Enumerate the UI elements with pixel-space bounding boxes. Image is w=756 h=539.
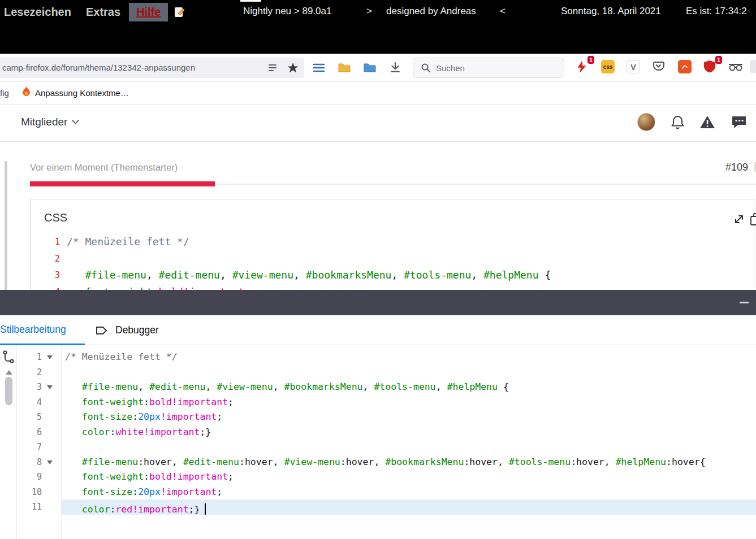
nav-menu-label: Mitglieder — [21, 116, 67, 128]
code-line[interactable]: 2 — [17, 365, 756, 380]
mask-ext-icon[interactable] — [727, 58, 744, 75]
source-list-icon[interactable] — [2, 350, 15, 367]
forum-header: Mitglieder — [0, 105, 756, 142]
bookmark-item[interactable]: Anpassung Kontextme… — [21, 86, 129, 99]
line-number: 1 — [45, 237, 60, 247]
post-number-link[interactable]: #109 — [725, 162, 748, 173]
search-placeholder: Suchen — [436, 63, 465, 73]
tab-debugger[interactable]: Debugger — [85, 315, 159, 345]
search-input[interactable]: Suchen — [413, 58, 564, 78]
stream-ext-icon[interactable]: 1 — [573, 58, 590, 75]
code-line[interactable]: 6 color:white!important;} — [17, 425, 756, 440]
bookmark-item-partial[interactable]: fig — [0, 88, 9, 98]
chevron-down-icon — [72, 120, 79, 124]
line-number: 3 — [45, 270, 60, 280]
expand-icon[interactable] — [733, 214, 745, 227]
notes-icon[interactable] — [174, 6, 186, 18]
line-number: 3 — [17, 382, 42, 392]
title-date: Sonntag, 18. April 2021 — [561, 6, 661, 17]
code-line: 1/* Menüzeile fett */ — [31, 234, 754, 251]
pocket-icon[interactable] — [650, 58, 667, 75]
ublock-icon[interactable]: 1 — [701, 58, 718, 75]
line-number: 10 — [17, 487, 42, 497]
code-line: 2 — [31, 251, 754, 268]
code-line[interactable]: 9 font-weight:bold!important; — [17, 470, 756, 485]
title-separator-right: > — [366, 6, 372, 17]
chat-icon[interactable] — [731, 115, 747, 132]
devtools-titlebar — [0, 290, 756, 315]
post-divider: | — [754, 160, 756, 172]
editor-code-lines: 1/* Menüzeile fett */23 #file-menu, #edi… — [17, 350, 756, 515]
ublock-badge: 1 — [715, 56, 722, 64]
css-ext-icon[interactable]: css — [599, 58, 616, 75]
copy-icon[interactable] — [750, 212, 756, 228]
tab-label: Debugger — [115, 324, 159, 336]
reader-view-icon[interactable] — [267, 62, 278, 76]
code-line: 3 #file-menu, #edit-menu, #view-menu, #b… — [31, 267, 754, 284]
text-cursor-icon — [205, 503, 206, 515]
code-text: #file-menu, #edit-menu, #view-menu, #boo… — [65, 381, 509, 392]
folder-yellow-icon[interactable] — [338, 62, 351, 75]
warning-icon[interactable] — [699, 115, 715, 132]
browser-window: Lesezeichen Extras Hilfe Nightly neu > 8… — [0, 0, 756, 539]
fold-arrow-icon[interactable] — [47, 385, 53, 389]
devtools-tabbar: Stilbearbeitung Debugger — [0, 315, 756, 345]
tab-stilbearbeitung[interactable]: Stilbearbeitung — [0, 315, 85, 345]
menu-item-extras[interactable]: Extras — [79, 3, 128, 21]
line-number: 7 — [17, 442, 42, 452]
titlebar: Lesezeichen Extras Hilfe Nightly neu > 8… — [0, 0, 756, 54]
line-number: 6 — [17, 427, 42, 437]
bookmark-star-icon[interactable] — [287, 62, 299, 76]
line-number: 9 — [17, 472, 42, 482]
code-text: font-size:20px!important; — [65, 411, 222, 422]
line-number: 11 — [17, 502, 42, 512]
code-text: #file-menu, #edit-menu, #view-menu, #boo… — [67, 269, 551, 281]
left-divider — [5, 161, 7, 308]
menu-item-lesezeichen[interactable]: Lesezeichen — [0, 3, 79, 21]
code-line[interactable]: 7 — [17, 440, 756, 455]
code-line[interactable]: 11 color:red!important;} — [17, 499, 756, 515]
code-line[interactable]: 8 #file-menu:hover, #edit-menu:hover, #v… — [17, 455, 756, 470]
debugger-icon — [95, 324, 109, 337]
line-number: 4 — [17, 397, 42, 407]
fold-arrow-icon[interactable] — [47, 355, 53, 359]
code-text: color:red!important;} — [65, 501, 206, 515]
menu-item-hilfe[interactable]: Hilfe — [129, 3, 168, 21]
avatar[interactable] — [637, 113, 655, 131]
code-text: font-size:20px!important; — [65, 486, 222, 497]
menu-ext-icon[interactable] — [749, 58, 756, 75]
folder-blue-icon[interactable] — [363, 62, 377, 75]
bookmarks-toolbar: fig Anpassung Kontextme… — [0, 82, 756, 105]
nav-menu-mitglieder[interactable]: Mitglieder — [21, 116, 79, 128]
minimize-icon[interactable] — [740, 302, 749, 303]
code-text: font-weight:bold!important; — [65, 397, 234, 407]
orange-ext-icon[interactable] — [676, 58, 693, 75]
code-line[interactable]: 1/* Menüzeile fett */ — [17, 350, 756, 365]
scroll-up-icon[interactable] — [6, 370, 12, 375]
title-clock: Es ist: 17:34:2 — [686, 6, 747, 17]
downloads-icon[interactable] — [390, 62, 401, 75]
url-fade — [206, 58, 252, 77]
tab-label: Stilbearbeitung — [0, 324, 66, 336]
stream-badge: 1 — [587, 56, 594, 64]
fold-arrow-icon[interactable] — [47, 460, 53, 464]
scrollbar-thumb[interactable] — [5, 377, 12, 405]
search-icon — [421, 63, 431, 73]
bookmark-label: Anpassung Kontextme… — [35, 88, 129, 98]
library-icon[interactable] — [313, 63, 325, 76]
code-line[interactable]: 10 font-size:20px!important; — [17, 485, 756, 500]
devtools-panel: Stilbearbeitung Debugger 1/* Menüzeile f… — [0, 290, 756, 539]
code-line[interactable]: 5 font-size:20px!important; — [17, 410, 756, 425]
code-text: #file-menu:hover, #edit-menu:hover, #vie… — [65, 457, 706, 467]
line-number: 2 — [17, 367, 42, 377]
window-title-app: Nightly neu > 89.0a1 — [243, 6, 331, 17]
code-line[interactable]: 4 font-weight:bold!important; — [17, 395, 756, 410]
bell-icon[interactable] — [670, 115, 685, 133]
v-ext-icon[interactable]: V — [625, 58, 642, 75]
url-bar[interactable]: camp-firefox.de/forum/thema/132342-anpas… — [0, 58, 304, 78]
code-text: /* Menüzeile fett */ — [65, 351, 178, 362]
line-number: 5 — [17, 412, 42, 422]
code-text: font-weight:bold!important; — [65, 471, 234, 482]
code-line[interactable]: 3 #file-menu, #edit-menu, #view-menu, #b… — [17, 380, 756, 395]
progress-fill — [30, 181, 215, 186]
